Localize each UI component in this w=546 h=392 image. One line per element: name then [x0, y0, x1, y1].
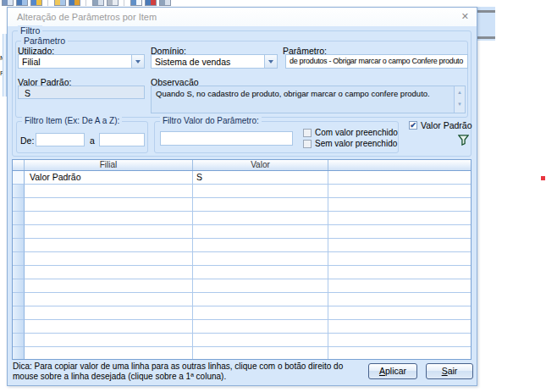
utilizado-combobox[interactable]: Filial	[18, 54, 145, 69]
cell-filial[interactable]	[25, 334, 193, 347]
cell-valor[interactable]	[193, 185, 328, 198]
cell-filial[interactable]	[25, 252, 193, 266]
row-selector-cell[interactable]	[13, 306, 25, 320]
cell-filial[interactable]: Valor Padrão	[25, 171, 193, 185]
scrollbar[interactable]: ▲ ▼	[454, 86, 465, 113]
cell-filial[interactable]	[25, 320, 193, 334]
table-row[interactable]	[13, 225, 471, 239]
parametro-field[interactable]: de produtos - Obrigar marcar o campo Con…	[285, 54, 468, 69]
row-selector-cell[interactable]	[13, 279, 25, 293]
checkbox-box[interactable]	[303, 140, 312, 148]
cell-filial[interactable]	[25, 212, 193, 225]
table-row[interactable]	[13, 347, 471, 360]
picture-icon[interactable]	[130, 0, 142, 6]
cell-valor[interactable]	[193, 239, 328, 252]
header-valor[interactable]: Valor	[193, 160, 328, 170]
row-selector-cell[interactable]	[13, 171, 25, 185]
row-selector-cell[interactable]	[13, 266, 25, 279]
cell-valor[interactable]	[193, 266, 328, 279]
cell-filler	[328, 347, 471, 360]
open-folder-icon[interactable]	[30, 0, 42, 6]
valor-padrao-field[interactable]: S	[18, 86, 145, 99]
table-row[interactable]	[13, 198, 471, 212]
filtro-item-de-input[interactable]	[36, 133, 85, 146]
cell-filial[interactable]	[25, 185, 193, 198]
cell-valor[interactable]	[193, 306, 328, 320]
star-icon[interactable]	[54, 0, 66, 6]
row-selector-cell[interactable]	[13, 239, 25, 252]
table-row[interactable]	[13, 279, 471, 293]
table-row[interactable]	[13, 239, 471, 252]
cell-filial[interactable]	[25, 306, 193, 320]
com-valor-checkbox[interactable]: Com valor preenchido	[303, 128, 398, 137]
table-row[interactable]	[13, 320, 471, 334]
table-row[interactable]	[13, 212, 471, 225]
row-selector-cell[interactable]	[13, 293, 25, 306]
scroll-down-icon[interactable]: ▼	[455, 98, 465, 110]
cell-filial[interactable]	[25, 279, 193, 293]
sem-valor-checkbox[interactable]: Sem valor preenchido	[303, 139, 397, 148]
swap-arrows-icon[interactable]	[92, 0, 104, 6]
filtro-valor-input[interactable]	[160, 131, 293, 146]
close-icon[interactable]: ✕	[461, 11, 469, 22]
table-row[interactable]	[13, 252, 471, 266]
observacao-textarea[interactable]: Quando S, no cadastro de produto, obriga…	[151, 86, 466, 113]
cell-valor[interactable]	[193, 212, 328, 225]
row-selector-cell[interactable]	[13, 185, 25, 198]
row-selector-cell[interactable]	[13, 347, 25, 360]
valor-padrao-checkbox[interactable]: ✔ Valor Padrão	[409, 120, 472, 130]
chevron-down-icon[interactable]	[264, 55, 277, 68]
filtro-item-a-input[interactable]	[99, 133, 145, 146]
arrows-icon[interactable]	[159, 0, 171, 6]
row-selector-cell[interactable]	[13, 198, 25, 212]
checkbox-box[interactable]	[303, 129, 312, 137]
cell-valor[interactable]	[193, 279, 328, 293]
cell-filial[interactable]	[25, 266, 193, 279]
parameters-table[interactable]: Filial Valor Valor PadrãoS	[12, 159, 472, 360]
cell-filler	[328, 171, 471, 185]
sair-button[interactable]: Sair	[426, 363, 473, 379]
cell-valor[interactable]	[193, 347, 328, 360]
cell-valor[interactable]: S	[193, 171, 328, 185]
row-selector-cell[interactable]	[13, 252, 25, 266]
table-row[interactable]	[13, 334, 471, 347]
save-window-icon[interactable]	[107, 0, 119, 6]
header-filial[interactable]: Filial	[25, 160, 193, 170]
table-row[interactable]: Valor PadrãoS	[13, 171, 471, 185]
row-selector-cell[interactable]	[13, 212, 25, 225]
cell-filial[interactable]	[25, 198, 193, 212]
cell-valor[interactable]	[193, 252, 328, 266]
add-column-icon[interactable]	[69, 0, 80, 6]
cell-valor[interactable]	[193, 334, 328, 347]
columns-icon[interactable]	[16, 0, 28, 6]
scroll-up-icon[interactable]: ▲	[455, 86, 465, 98]
cell-valor[interactable]	[193, 293, 328, 306]
group-filtro-valor-legend: Filtro Valor do Parâmetro:	[160, 116, 262, 125]
cell-filler	[328, 279, 471, 293]
cell-valor[interactable]	[193, 320, 328, 334]
aplicar-button[interactable]: Aplicar	[368, 363, 417, 379]
row-selector-cell[interactable]	[13, 334, 25, 347]
cell-filial[interactable]	[25, 293, 193, 306]
toolbar-separator	[124, 0, 125, 6]
dominio-combobox[interactable]: Sistema de vendas	[151, 54, 278, 69]
table-row[interactable]	[13, 306, 471, 320]
screen: M Flu Alteração de Parâmetros por Item ✕…	[0, 0, 546, 392]
cell-filial[interactable]	[25, 239, 193, 252]
cell-filial[interactable]	[25, 225, 193, 239]
chevron-down-icon[interactable]	[131, 55, 144, 68]
row-selector-cell[interactable]	[13, 320, 25, 334]
table-icon[interactable]	[2, 0, 14, 6]
row-selector-cell[interactable]	[13, 225, 25, 239]
table-row[interactable]	[13, 185, 471, 198]
checkbox-checked-icon[interactable]: ✔	[409, 121, 417, 130]
utilizado-value: Filial	[19, 55, 144, 67]
table-row[interactable]	[13, 293, 471, 306]
cell-valor[interactable]	[193, 225, 328, 239]
cell-filial[interactable]	[25, 347, 193, 360]
cell-valor[interactable]	[193, 198, 328, 212]
table-row[interactable]	[13, 266, 471, 279]
insert-cell-icon[interactable]	[145, 0, 157, 6]
dialog-titlebar[interactable]: Alteração de Parâmetros por Item ✕	[8, 8, 477, 26]
filter-funnel-icon[interactable]	[458, 135, 469, 146]
